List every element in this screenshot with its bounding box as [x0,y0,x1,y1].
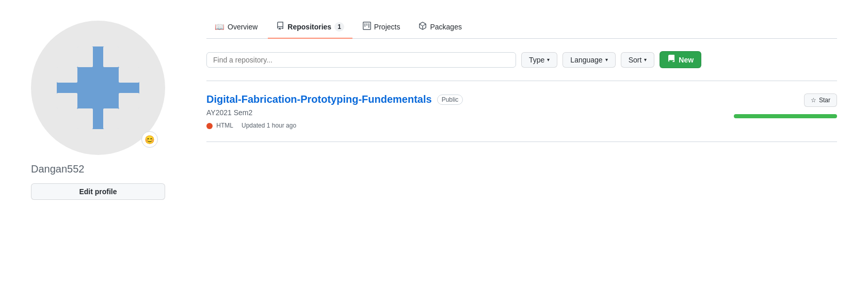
tab-packages[interactable]: Packages [410,15,470,39]
repositories-icon [276,22,284,32]
main-content: 📖 Overview Repositories 1 Projects [206,15,837,283]
edit-profile-button[interactable]: Edit profile [31,183,165,200]
projects-icon [363,22,371,32]
svg-rect-7 [57,93,77,108]
sort-filter-button[interactable]: Sort ▾ [621,52,655,68]
svg-rect-4 [77,108,93,129]
star-button[interactable]: ☆ Star [804,93,837,107]
emoji-button[interactable]: 😊 [141,131,158,148]
sort-chevron-icon: ▾ [644,57,647,62]
search-input[interactable] [206,52,516,68]
repo-description: AY2021 Sem2 [206,108,734,117]
svg-rect-5 [103,108,119,129]
nav-tabs: 📖 Overview Repositories 1 Projects [206,15,837,39]
repo-actions: ☆ Star [734,93,837,118]
star-label: Star [819,97,830,104]
overview-icon: 📖 [215,22,224,32]
repo-language: HTML [206,122,233,129]
new-label: New [679,56,694,64]
new-repo-button[interactable]: New [660,51,701,68]
sort-label: Sort [629,56,642,64]
language-filter-button[interactable]: Language ▾ [562,52,615,68]
repo-updated: Updated 1 hour ago [242,122,296,129]
language-label: Language [570,56,602,64]
packages-icon [419,22,427,32]
tab-overview[interactable]: 📖 Overview [206,16,266,39]
tab-repositories[interactable]: Repositories 1 [268,15,352,39]
svg-rect-8 [119,67,139,83]
repo-visibility-badge: Public [437,95,463,105]
svg-rect-2 [77,46,93,67]
repo-list: Digital-Fabrication-Prototyping-Fundemen… [206,81,837,142]
avatar-wrapper: 😊 [31,21,165,155]
repo-lang-bar [734,114,837,118]
type-filter-button[interactable]: Type ▾ [521,52,557,68]
language-chevron-icon: ▾ [605,57,608,62]
star-icon: ☆ [811,97,816,104]
sidebar: 😊 Dangan552 Edit profile [31,15,186,283]
emoji-icon: 😊 [144,135,155,145]
svg-rect-3 [103,46,119,67]
svg-rect-6 [57,67,77,83]
repositories-count: 1 [334,22,344,32]
repo-name-row: Digital-Fabrication-Prototyping-Fundemen… [206,93,734,105]
table-row: Digital-Fabrication-Prototyping-Fundemen… [206,81,837,142]
username: Dangan552 [31,163,84,175]
tab-overview-label: Overview [228,23,258,31]
tab-projects[interactable]: Projects [355,15,409,39]
tab-projects-label: Projects [374,23,400,31]
lang-label: HTML [216,122,233,129]
tab-repositories-label: Repositories [287,23,331,31]
filter-bar: Type ▾ Language ▾ Sort ▾ New [206,51,837,68]
svg-rect-9 [119,93,139,108]
tab-packages-label: Packages [430,23,461,31]
type-label: Type [529,56,544,64]
avatar-svg [46,36,150,139]
lang-dot [206,123,213,129]
repo-name-link[interactable]: Digital-Fabrication-Prototyping-Fundemen… [206,93,432,105]
repo-meta: HTML Updated 1 hour ago [206,122,734,129]
new-repo-icon [667,55,676,65]
type-chevron-icon: ▾ [547,57,550,62]
repo-info: Digital-Fabrication-Prototyping-Fundemen… [206,93,734,129]
